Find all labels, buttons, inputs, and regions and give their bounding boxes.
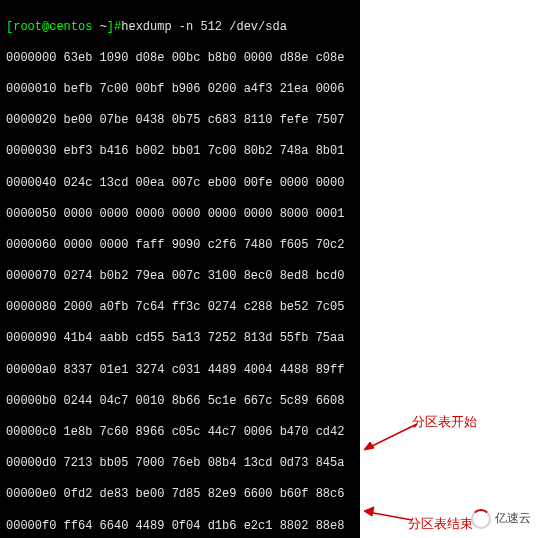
watermark-swirl-icon xyxy=(471,509,491,529)
hex-row: 0000080 2000 a0fb 7c64 ff3c 0274 c288 be… xyxy=(6,300,354,316)
command-text: hexdump -n 512 /dev/sda xyxy=(121,20,287,34)
hex-row: 0000020 be00 07be 0438 0b75 c683 8110 fe… xyxy=(6,113,354,129)
hex-row: 00000b0 0244 04c7 0010 8b66 5c1e 667c 5c… xyxy=(6,394,354,410)
hex-row: 0000070 0274 b0b2 79ea 007c 3100 8ec0 8e… xyxy=(6,269,354,285)
prompt-tilde: ~ xyxy=(100,20,107,34)
prompt-line: [root@centos ~]#hexdump -n 512 /dev/sda xyxy=(6,20,354,36)
annotation-partition-start: 分区表开始 xyxy=(412,414,477,431)
terminal-output: [root@centos ~]#hexdump -n 512 /dev/sda … xyxy=(0,0,360,538)
annotation-panel: 分区表开始 分区表结束 亿速云 xyxy=(362,0,553,538)
watermark: 亿速云 xyxy=(471,506,547,532)
hex-row: 0000030 ebf3 b416 b002 bb01 7c00 80b2 74… xyxy=(6,144,354,160)
hex-row: 00000a0 8337 01e1 3274 c031 4489 4004 44… xyxy=(6,363,354,379)
prompt-close: ]# xyxy=(107,20,121,34)
svg-line-2 xyxy=(368,512,412,520)
hex-row: 0000090 41b4 aabb cd55 5a13 7252 813d 55… xyxy=(6,331,354,347)
watermark-text: 亿速云 xyxy=(495,511,531,527)
svg-marker-1 xyxy=(364,442,374,450)
svg-marker-3 xyxy=(364,507,374,516)
hex-row: 0000000 63eb 1090 d08e 00bc b8b0 0000 d8… xyxy=(6,51,354,67)
hex-row: 0000060 0000 0000 faff 9090 c2f6 7480 f6… xyxy=(6,238,354,254)
hex-row: 00000e0 0fd2 de83 be00 7d85 82e9 6600 b6… xyxy=(6,487,354,503)
svg-line-0 xyxy=(368,424,417,448)
hex-row: 0000050 0000 0000 0000 0000 0000 0000 80… xyxy=(6,207,354,223)
hex-row: 00000d0 7213 bb05 7000 76eb 08b4 13cd 0d… xyxy=(6,456,354,472)
annotation-partition-end: 分区表结束 xyxy=(408,516,473,533)
hex-row: 0000040 024c 13cd 00ea 007c eb00 00fe 00… xyxy=(6,176,354,192)
hex-row: 0000010 befb 7c00 00bf b906 0200 a4f3 21… xyxy=(6,82,354,98)
prompt-user-host: [root@centos xyxy=(6,20,100,34)
hex-row: 00000f0 ff64 6640 4489 0f04 d1b6 e2c1 88… xyxy=(6,519,354,535)
hex-row: 00000c0 1e8b 7c60 8966 c05c 44c7 0006 b4… xyxy=(6,425,354,441)
